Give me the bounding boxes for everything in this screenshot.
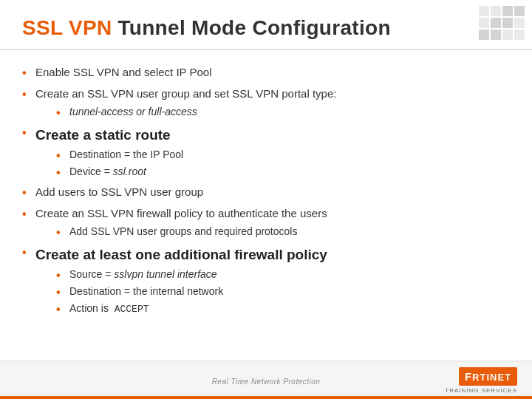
training-label: TRAINING SERVICES	[445, 387, 517, 394]
slide-title: SSL VPN Tunnel Mode Configuration	[22, 16, 510, 40]
main-bullet-list: Enable SSL VPN and select IP Pool Create…	[22, 64, 510, 318]
sub-bullet-6: Destination = the internal network	[56, 283, 510, 300]
bullet-2: Create an SSL VPN user group and set SSL…	[22, 85, 510, 120]
sub-list-2: tunnel-access or full-access	[56, 103, 510, 120]
fortinet-logo-wrap: FRTINET TRAINING SERVICES	[445, 367, 517, 394]
corner-decoration	[479, 6, 525, 40]
bullet-5: Create an SSL VPN firewall policy to aut…	[22, 205, 510, 240]
bullet-4: Add users to SSL VPN user group	[22, 183, 510, 202]
title-bar: SSL VPN Tunnel Mode Configuration	[0, 0, 532, 50]
fortinet-logo: FRTINET	[459, 367, 517, 386]
sub-bullet-2: Destination = the IP Pool	[56, 146, 510, 163]
fortinet-logo-text: FRTINET	[465, 370, 511, 383]
slide: SSL VPN Tunnel Mode Configuration Enable…	[0, 0, 532, 399]
sub-list-6: Source = sslvpn tunnel interface Destina…	[56, 266, 510, 318]
bullet-1: Enable SSL VPN and select IP Pool	[22, 64, 510, 82]
bullet-6: Create at least one additional firewall …	[22, 243, 510, 318]
content-area: Enable SSL VPN and select IP Pool Create…	[0, 50, 532, 361]
red-accent-line	[0, 396, 532, 399]
sub-bullet-5: Source = sslvpn tunnel interface	[56, 266, 510, 283]
sub-list-5: Add SSL VPN user groups and required pro…	[56, 223, 510, 240]
bullet-3: Create a static route Destination = the …	[22, 123, 510, 181]
footer-tagline: Real Time Network Protection	[212, 378, 321, 386]
footer: Real Time Network Protection FRTINET TRA…	[0, 361, 532, 399]
sub-bullet-1: tunnel-access or full-access	[56, 103, 510, 120]
footer-right: FRTINET TRAINING SERVICES	[349, 367, 517, 394]
sub-bullet-4: Add SSL VPN user groups and required pro…	[56, 223, 510, 240]
footer-center: Real Time Network Protection	[183, 374, 350, 387]
sub-bullet-3: Device = ssl.root	[56, 163, 510, 180]
sub-bullet-7: Action is ACCEPT	[56, 300, 510, 317]
title-highlight: SSL VPN	[22, 16, 117, 39]
sub-list-3: Destination = the IP Pool Device = ssl.r…	[56, 146, 510, 180]
